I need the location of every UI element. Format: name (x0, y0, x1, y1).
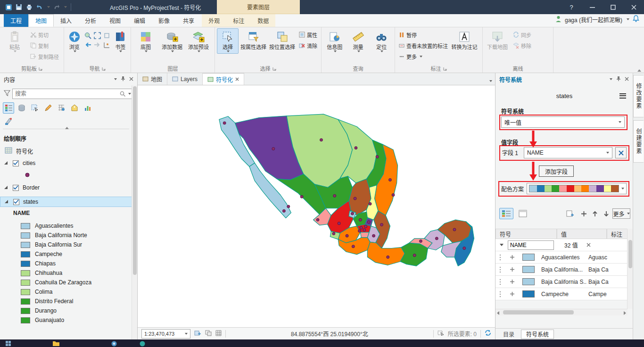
grid-icon[interactable] (215, 330, 222, 338)
navigate-dialog-launcher-icon[interactable] (102, 67, 106, 71)
edge-tab-create-features[interactable]: 创建要素 (633, 120, 644, 163)
class-value[interactable]: Baja California S... (541, 279, 586, 285)
symbol-class-row[interactable]: Campeche Campe (495, 288, 627, 300)
layer-item-cities[interactable]: cities (0, 158, 132, 168)
legend-swatch[interactable] (21, 280, 30, 286)
pin-icon[interactable] (616, 76, 621, 83)
tab-analysis[interactable]: 分析 (78, 14, 103, 27)
legend-swatch[interactable] (21, 232, 30, 239)
list-by-snapping-button[interactable] (56, 102, 67, 114)
pin-icon[interactable] (121, 76, 125, 83)
map-item[interactable]: 符号化 (0, 146, 132, 156)
new-bookmark-icon[interactable] (194, 330, 201, 338)
expander-icon[interactable] (4, 198, 8, 205)
start-button-icon[interactable] (6, 341, 11, 347)
tab-project[interactable]: 工程 (4, 14, 28, 27)
border-checkbox[interactable] (13, 185, 19, 191)
legend-item[interactable]: Campeche (0, 249, 132, 259)
remove-group-icon[interactable] (586, 243, 591, 247)
labeling-dialog-launcher-icon[interactable] (443, 67, 447, 71)
search-options-icon[interactable] (128, 93, 131, 95)
cut-button[interactable]: 剪切 (28, 30, 61, 40)
close-tab-icon[interactable] (235, 77, 239, 81)
print-button[interactable] (25, 3, 33, 11)
scroll-right-icon[interactable] (624, 311, 626, 315)
class-swatch[interactable] (522, 278, 535, 285)
fixed-zoom-in-button[interactable] (93, 31, 102, 40)
drag-handle-icon[interactable] (499, 279, 501, 285)
drag-handle-icon[interactable] (499, 291, 501, 297)
legend-item[interactable]: Baja California Norte (0, 231, 132, 240)
help-button[interactable]: ? (561, 0, 582, 14)
list-by-charts-button[interactable] (82, 102, 93, 114)
add-row-icon[interactable] (510, 267, 515, 272)
more-button[interactable]: 更多 (612, 208, 630, 219)
browser-icon[interactable] (111, 341, 117, 347)
tab-labeling[interactable]: 标注 (226, 14, 251, 27)
remove-button[interactable]: 移除 (511, 41, 533, 50)
view-tab-symbolization[interactable]: 符号化 (203, 73, 244, 85)
refresh-icon[interactable] (485, 330, 491, 338)
legend-item[interactable]: Chihuahua (0, 268, 132, 278)
tab-appearance[interactable]: 外观 (202, 14, 226, 27)
cities-checkbox[interactable] (13, 160, 19, 166)
class-value[interactable]: Campeche (541, 291, 586, 297)
symbol-class-row[interactable]: Baja California S... Baja Ca (495, 276, 627, 288)
download-map-button[interactable]: 下载地图 (485, 28, 510, 52)
legend-swatch[interactable] (21, 308, 30, 314)
filter-icon[interactable] (4, 90, 10, 98)
group-field-input[interactable] (508, 240, 554, 250)
symbol-class-row[interactable]: Baja California... Baja Ca (495, 264, 627, 276)
select-tool-button[interactable]: 选择 (217, 28, 239, 54)
toolbar-collapse-icon[interactable] (65, 127, 69, 129)
clear-selection-button[interactable]: 清除 (297, 41, 319, 50)
tab-list-icon[interactable] (489, 80, 492, 82)
list-by-selection-button[interactable] (29, 102, 41, 114)
states-checkbox[interactable] (13, 199, 19, 205)
legend-item[interactable]: Baja California Sur (0, 240, 132, 249)
column-header-symbol[interactable]: 符号 (495, 229, 557, 239)
close-pane-icon[interactable] (129, 76, 133, 83)
layer-item-states[interactable]: states (0, 197, 132, 207)
account-dropdown-icon[interactable] (627, 18, 629, 20)
paste-button[interactable]: 粘贴 (2, 28, 27, 54)
collapse-ribbon-icon[interactable] (637, 69, 641, 72)
pane-menu-icon[interactable] (610, 78, 612, 80)
expander-icon[interactable] (4, 160, 8, 166)
scale-dropdown[interactable]: 1:23,470,473 (141, 329, 190, 339)
legend-swatch[interactable] (21, 223, 30, 229)
tab-imagery[interactable]: 影像 (152, 14, 176, 27)
edge-tab-modify-features[interactable]: 修改要素 (633, 75, 644, 117)
search-input[interactable] (15, 91, 118, 97)
legend-item[interactable]: Durango (0, 306, 132, 315)
class-label[interactable]: Campe (588, 291, 607, 297)
basemap-button[interactable]: 底图 (133, 28, 158, 54)
tab-map[interactable]: 地图 (28, 14, 54, 27)
legend-item[interactable]: Aguascalientes (0, 221, 132, 231)
class-swatch[interactable] (522, 266, 535, 273)
legend-item[interactable]: Coahuila De Zaragoza (0, 278, 132, 287)
bookmarks-button[interactable]: 书签 (112, 28, 129, 54)
list-by-drawing-order-button[interactable] (3, 102, 14, 114)
full-extent-button[interactable] (84, 31, 92, 40)
class-swatch[interactable] (522, 254, 535, 261)
account-name[interactable]: gaga (我们一起抓泥鳅) (565, 16, 622, 24)
legend-swatch[interactable] (21, 289, 30, 295)
field1-dropdown[interactable]: NAME (524, 147, 612, 158)
locate-button[interactable]: 定位 (370, 28, 393, 54)
fixed-zoom-out-button[interactable] (103, 31, 111, 40)
contents-scrollbar[interactable] (132, 85, 137, 339)
tab-insert[interactable]: 插入 (54, 14, 78, 27)
list-by-data-source-button[interactable] (16, 102, 27, 114)
tab-catalog[interactable]: 目录 (498, 330, 519, 339)
class-label[interactable]: Aguasc (588, 254, 607, 261)
class-label[interactable]: Baja Ca (588, 279, 609, 285)
explore-button[interactable]: 浏览 (66, 28, 83, 54)
overlay-icon[interactable] (205, 330, 212, 338)
undo-dropdown-icon[interactable] (47, 6, 50, 8)
unique-values-view-button[interactable] (499, 208, 513, 219)
add-row-icon[interactable] (510, 291, 515, 297)
scroll-left-icon[interactable] (497, 311, 499, 315)
color-scheme-dropdown[interactable] (527, 183, 627, 194)
class-value[interactable]: Aguascalientes (541, 254, 586, 261)
